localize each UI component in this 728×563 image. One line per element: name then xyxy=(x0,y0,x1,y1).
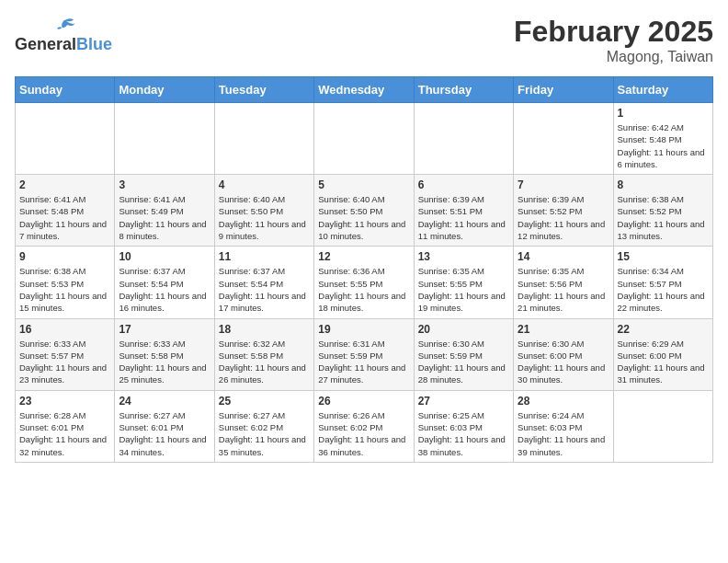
day-number: 19 xyxy=(318,323,409,336)
day-info: Sunrise: 6:38 AM Sunset: 5:53 PM Dayligh… xyxy=(19,265,110,314)
day-number: 17 xyxy=(119,323,210,336)
day-info: Sunrise: 6:39 AM Sunset: 5:51 PM Dayligh… xyxy=(418,193,509,242)
calendar-cell: 9Sunrise: 6:38 AM Sunset: 5:53 PM Daylig… xyxy=(16,247,115,318)
day-number: 23 xyxy=(19,395,110,408)
calendar-cell xyxy=(16,103,115,175)
day-number: 26 xyxy=(318,395,409,408)
calendar-cell xyxy=(613,390,712,462)
calendar-cell xyxy=(214,103,313,175)
subtitle: Magong, Taiwan xyxy=(514,49,713,65)
calendar-cell: 11Sunrise: 6:37 AM Sunset: 5:54 PM Dayli… xyxy=(214,247,313,318)
calendar-cell xyxy=(115,103,214,175)
calendar-cell: 27Sunrise: 6:25 AM Sunset: 6:03 PM Dayli… xyxy=(414,390,513,462)
day-number: 6 xyxy=(418,178,509,191)
day-info: Sunrise: 6:35 AM Sunset: 5:55 PM Dayligh… xyxy=(418,265,509,314)
day-info: Sunrise: 6:41 AM Sunset: 5:48 PM Dayligh… xyxy=(19,193,110,242)
day-info: Sunrise: 6:40 AM Sunset: 5:50 PM Dayligh… xyxy=(219,193,310,242)
calendar-cell: 7Sunrise: 6:39 AM Sunset: 5:52 PM Daylig… xyxy=(514,175,613,247)
calendar-cell: 24Sunrise: 6:27 AM Sunset: 6:01 PM Dayli… xyxy=(115,390,214,462)
day-number: 11 xyxy=(219,250,310,263)
day-number: 24 xyxy=(119,395,210,408)
calendar-cell: 14Sunrise: 6:35 AM Sunset: 5:56 PM Dayli… xyxy=(514,247,613,318)
calendar-cell xyxy=(414,103,513,175)
day-number: 20 xyxy=(418,323,509,336)
calendar-cell: 3Sunrise: 6:41 AM Sunset: 5:49 PM Daylig… xyxy=(115,175,214,247)
day-number: 12 xyxy=(318,250,409,263)
bird-icon xyxy=(51,15,76,35)
day-number: 5 xyxy=(318,178,409,191)
day-number: 22 xyxy=(618,323,709,336)
calendar-cell: 28Sunrise: 6:24 AM Sunset: 6:03 PM Dayli… xyxy=(514,390,613,462)
day-info: Sunrise: 6:24 AM Sunset: 6:03 PM Dayligh… xyxy=(518,409,609,458)
day-number: 10 xyxy=(119,250,210,263)
calendar-cell: 18Sunrise: 6:32 AM Sunset: 5:58 PM Dayli… xyxy=(214,318,313,390)
day-number: 15 xyxy=(618,250,709,263)
logo: General Blue xyxy=(15,15,112,54)
day-info: Sunrise: 6:38 AM Sunset: 5:52 PM Dayligh… xyxy=(618,193,709,242)
day-info: Sunrise: 6:34 AM Sunset: 5:57 PM Dayligh… xyxy=(618,265,709,314)
day-number: 4 xyxy=(219,178,310,191)
calendar-cell: 25Sunrise: 6:27 AM Sunset: 6:02 PM Dayli… xyxy=(214,390,313,462)
day-number: 27 xyxy=(418,395,509,408)
day-info: Sunrise: 6:37 AM Sunset: 5:54 PM Dayligh… xyxy=(119,265,210,314)
day-info: Sunrise: 6:39 AM Sunset: 5:52 PM Dayligh… xyxy=(518,193,609,242)
day-info: Sunrise: 6:26 AM Sunset: 6:02 PM Dayligh… xyxy=(318,409,409,458)
calendar-cell: 5Sunrise: 6:40 AM Sunset: 5:50 PM Daylig… xyxy=(314,175,414,247)
calendar-cell: 16Sunrise: 6:33 AM Sunset: 5:57 PM Dayli… xyxy=(16,318,115,390)
day-info: Sunrise: 6:30 AM Sunset: 5:59 PM Dayligh… xyxy=(418,338,509,386)
calendar-cell: 20Sunrise: 6:30 AM Sunset: 5:59 PM Dayli… xyxy=(414,318,513,390)
day-number: 13 xyxy=(418,250,509,263)
calendar-cell: 4Sunrise: 6:40 AM Sunset: 5:50 PM Daylig… xyxy=(214,175,313,247)
calendar-cell: 19Sunrise: 6:31 AM Sunset: 5:59 PM Dayli… xyxy=(314,318,414,390)
calendar-cell: 8Sunrise: 6:38 AM Sunset: 5:52 PM Daylig… xyxy=(613,175,712,247)
calendar-cell: 10Sunrise: 6:37 AM Sunset: 5:54 PM Dayli… xyxy=(115,247,214,318)
day-info: Sunrise: 6:36 AM Sunset: 5:55 PM Dayligh… xyxy=(318,265,409,314)
day-number: 9 xyxy=(19,250,110,263)
day-info: Sunrise: 6:33 AM Sunset: 5:57 PM Dayligh… xyxy=(19,338,110,386)
day-info: Sunrise: 6:27 AM Sunset: 6:01 PM Dayligh… xyxy=(119,409,210,458)
day-number: 25 xyxy=(219,395,310,408)
day-info: Sunrise: 6:27 AM Sunset: 6:02 PM Dayligh… xyxy=(219,409,310,458)
main-title: February 2025 xyxy=(514,15,713,49)
day-number: 1 xyxy=(618,107,709,120)
day-info: Sunrise: 6:42 AM Sunset: 5:48 PM Dayligh… xyxy=(618,121,709,170)
calendar-cell: 6Sunrise: 6:39 AM Sunset: 5:51 PM Daylig… xyxy=(414,175,513,247)
day-info: Sunrise: 6:32 AM Sunset: 5:58 PM Dayligh… xyxy=(219,338,310,386)
calendar-cell: 22Sunrise: 6:29 AM Sunset: 6:00 PM Dayli… xyxy=(613,318,712,390)
day-number: 7 xyxy=(518,178,609,191)
header: General Blue February 2025 Magong, Taiwa… xyxy=(15,15,713,65)
calendar-week-4: 16Sunrise: 6:33 AM Sunset: 5:57 PM Dayli… xyxy=(16,318,713,390)
day-number: 8 xyxy=(618,178,709,191)
calendar-week-3: 9Sunrise: 6:38 AM Sunset: 5:53 PM Daylig… xyxy=(16,247,713,318)
calendar-cell: 2Sunrise: 6:41 AM Sunset: 5:48 PM Daylig… xyxy=(16,175,115,247)
day-info: Sunrise: 6:28 AM Sunset: 6:01 PM Dayligh… xyxy=(19,409,110,458)
day-number: 28 xyxy=(518,395,609,408)
title-area: February 2025 Magong, Taiwan xyxy=(514,15,713,65)
calendar-header-tuesday: Tuesday xyxy=(214,77,313,103)
calendar-week-2: 2Sunrise: 6:41 AM Sunset: 5:48 PM Daylig… xyxy=(16,175,713,247)
calendar-header-saturday: Saturday xyxy=(613,77,712,103)
calendar-week-5: 23Sunrise: 6:28 AM Sunset: 6:01 PM Dayli… xyxy=(16,390,713,462)
calendar-cell: 15Sunrise: 6:34 AM Sunset: 5:57 PM Dayli… xyxy=(613,247,712,318)
calendar-header-sunday: Sunday xyxy=(16,77,115,103)
day-number: 18 xyxy=(219,323,310,336)
day-info: Sunrise: 6:25 AM Sunset: 6:03 PM Dayligh… xyxy=(418,409,509,458)
day-info: Sunrise: 6:35 AM Sunset: 5:56 PM Dayligh… xyxy=(518,265,609,314)
day-info: Sunrise: 6:41 AM Sunset: 5:49 PM Dayligh… xyxy=(119,193,210,242)
calendar-header-wednesday: Wednesday xyxy=(314,77,414,103)
day-number: 14 xyxy=(518,250,609,263)
day-number: 16 xyxy=(19,323,110,336)
calendar-header-friday: Friday xyxy=(514,77,613,103)
day-info: Sunrise: 6:29 AM Sunset: 6:00 PM Dayligh… xyxy=(618,338,709,386)
day-info: Sunrise: 6:40 AM Sunset: 5:50 PM Dayligh… xyxy=(318,193,409,242)
calendar-cell: 26Sunrise: 6:26 AM Sunset: 6:02 PM Dayli… xyxy=(314,390,414,462)
calendar-cell: 12Sunrise: 6:36 AM Sunset: 5:55 PM Dayli… xyxy=(314,247,414,318)
calendar-cell xyxy=(314,103,414,175)
calendar: SundayMondayTuesdayWednesdayThursdayFrid… xyxy=(15,76,713,463)
calendar-header-thursday: Thursday xyxy=(414,77,513,103)
day-info: Sunrise: 6:37 AM Sunset: 5:54 PM Dayligh… xyxy=(219,265,310,314)
calendar-cell: 21Sunrise: 6:30 AM Sunset: 6:00 PM Dayli… xyxy=(514,318,613,390)
calendar-header-monday: Monday xyxy=(115,77,214,103)
calendar-cell: 23Sunrise: 6:28 AM Sunset: 6:01 PM Dayli… xyxy=(16,390,115,462)
day-number: 2 xyxy=(19,178,110,191)
